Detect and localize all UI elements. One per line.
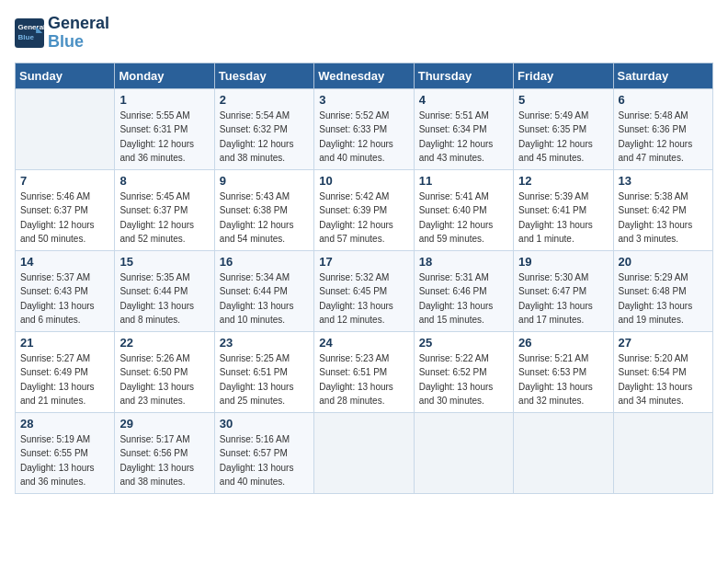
day-detail: Sunrise: 5:23 AMSunset: 6:51 PMDaylight:… [319, 351, 408, 408]
day-detail: Sunrise: 5:27 AMSunset: 6:49 PMDaylight:… [20, 351, 109, 408]
logo: General Blue General Blue [15, 15, 109, 52]
weekday-monday: Monday [115, 63, 214, 88]
day-detail: Sunrise: 5:38 AMSunset: 6:42 PMDaylight:… [619, 190, 708, 247]
day-detail: Sunrise: 5:45 AMSunset: 6:37 PMDaylight:… [119, 190, 209, 247]
weekday-tuesday: Tuesday [214, 63, 313, 88]
weekday-sunday: Sunday [16, 63, 115, 88]
day-number: 28 [20, 417, 109, 431]
day-number: 30 [220, 417, 309, 431]
day-number: 6 [619, 93, 708, 107]
calendar-week-4: 21Sunrise: 5:27 AMSunset: 6:49 PMDayligh… [16, 331, 713, 412]
calendar-cell [514, 412, 613, 493]
day-number: 2 [220, 93, 309, 107]
day-detail: Sunrise: 5:20 AMSunset: 6:54 PMDaylight:… [619, 351, 708, 408]
day-detail: Sunrise: 5:51 AMSunset: 6:34 PMDaylight:… [419, 109, 508, 166]
day-number: 11 [419, 174, 508, 188]
calendar-cell: 21Sunrise: 5:27 AMSunset: 6:49 PMDayligh… [16, 331, 115, 412]
calendar-cell: 13Sunrise: 5:38 AMSunset: 6:42 PMDayligh… [613, 169, 712, 250]
logo-text: General Blue [48, 15, 109, 52]
day-detail: Sunrise: 5:48 AMSunset: 6:36 PMDaylight:… [619, 109, 708, 166]
header: General Blue General Blue [15, 15, 713, 52]
page-container: General Blue General Blue SundayMondayTu… [15, 15, 713, 494]
day-detail: Sunrise: 5:37 AMSunset: 6:43 PMDaylight:… [20, 270, 109, 327]
logo-icon: General Blue [15, 18, 44, 48]
calendar-cell: 30Sunrise: 5:16 AMSunset: 6:57 PMDayligh… [214, 412, 313, 493]
day-detail: Sunrise: 5:55 AMSunset: 6:31 PMDaylight:… [119, 109, 209, 166]
calendar-cell: 27Sunrise: 5:20 AMSunset: 6:54 PMDayligh… [613, 331, 712, 412]
day-detail: Sunrise: 5:31 AMSunset: 6:46 PMDaylight:… [419, 270, 508, 327]
svg-text:Blue: Blue [18, 33, 35, 41]
day-detail: Sunrise: 5:54 AMSunset: 6:32 PMDaylight:… [220, 109, 309, 166]
calendar-body: 1Sunrise: 5:55 AMSunset: 6:31 PMDaylight… [16, 88, 713, 493]
calendar-cell [16, 88, 115, 169]
day-number: 21 [20, 336, 109, 350]
calendar-cell [314, 412, 414, 493]
weekday-friday: Friday [514, 63, 613, 88]
calendar-week-3: 14Sunrise: 5:37 AMSunset: 6:43 PMDayligh… [16, 250, 713, 331]
calendar-week-2: 7Sunrise: 5:46 AMSunset: 6:37 PMDaylight… [16, 169, 713, 250]
day-number: 18 [419, 255, 508, 269]
day-number: 3 [319, 93, 408, 107]
calendar-cell: 15Sunrise: 5:35 AMSunset: 6:44 PMDayligh… [115, 250, 214, 331]
calendar-cell: 17Sunrise: 5:32 AMSunset: 6:45 PMDayligh… [314, 250, 414, 331]
calendar-table: SundayMondayTuesdayWednesdayThursdayFrid… [15, 63, 713, 494]
day-number: 26 [518, 336, 608, 350]
calendar-cell: 20Sunrise: 5:29 AMSunset: 6:48 PMDayligh… [613, 250, 712, 331]
day-number: 14 [20, 255, 109, 269]
day-number: 9 [220, 174, 309, 188]
calendar-cell: 29Sunrise: 5:17 AMSunset: 6:56 PMDayligh… [115, 412, 214, 493]
calendar-cell: 3Sunrise: 5:52 AMSunset: 6:33 PMDaylight… [314, 88, 414, 169]
day-detail: Sunrise: 5:39 AMSunset: 6:41 PMDaylight:… [518, 190, 608, 247]
calendar-cell: 19Sunrise: 5:30 AMSunset: 6:47 PMDayligh… [514, 250, 613, 331]
day-number: 23 [220, 336, 309, 350]
calendar-cell: 10Sunrise: 5:42 AMSunset: 6:39 PMDayligh… [314, 169, 414, 250]
svg-text:General: General [18, 23, 44, 31]
day-detail: Sunrise: 5:21 AMSunset: 6:53 PMDaylight:… [518, 351, 608, 408]
day-number: 13 [619, 174, 708, 188]
calendar-cell: 25Sunrise: 5:22 AMSunset: 6:52 PMDayligh… [414, 331, 513, 412]
calendar-week-1: 1Sunrise: 5:55 AMSunset: 6:31 PMDaylight… [16, 88, 713, 169]
day-detail: Sunrise: 5:43 AMSunset: 6:38 PMDaylight:… [220, 190, 309, 247]
calendar-cell: 1Sunrise: 5:55 AMSunset: 6:31 PMDaylight… [115, 88, 214, 169]
day-detail: Sunrise: 5:52 AMSunset: 6:33 PMDaylight:… [319, 109, 408, 166]
calendar-cell: 26Sunrise: 5:21 AMSunset: 6:53 PMDayligh… [514, 331, 613, 412]
day-number: 20 [619, 255, 708, 269]
calendar-cell: 6Sunrise: 5:48 AMSunset: 6:36 PMDaylight… [613, 88, 712, 169]
weekday-thursday: Thursday [414, 63, 513, 88]
calendar-cell: 28Sunrise: 5:19 AMSunset: 6:55 PMDayligh… [16, 412, 115, 493]
day-detail: Sunrise: 5:26 AMSunset: 6:50 PMDaylight:… [119, 351, 209, 408]
calendar-cell: 16Sunrise: 5:34 AMSunset: 6:44 PMDayligh… [214, 250, 313, 331]
calendar-week-5: 28Sunrise: 5:19 AMSunset: 6:55 PMDayligh… [16, 412, 713, 493]
calendar-cell [414, 412, 513, 493]
day-number: 27 [619, 336, 708, 350]
day-number: 25 [419, 336, 508, 350]
day-detail: Sunrise: 5:22 AMSunset: 6:52 PMDaylight:… [419, 351, 508, 408]
day-detail: Sunrise: 5:46 AMSunset: 6:37 PMDaylight:… [20, 190, 109, 247]
calendar-cell: 12Sunrise: 5:39 AMSunset: 6:41 PMDayligh… [514, 169, 613, 250]
day-number: 29 [119, 417, 209, 431]
day-number: 10 [319, 174, 408, 188]
day-detail: Sunrise: 5:35 AMSunset: 6:44 PMDaylight:… [119, 270, 209, 327]
calendar-cell: 2Sunrise: 5:54 AMSunset: 6:32 PMDaylight… [214, 88, 313, 169]
day-number: 24 [319, 336, 408, 350]
day-detail: Sunrise: 5:41 AMSunset: 6:40 PMDaylight:… [419, 190, 508, 247]
weekday-header-row: SundayMondayTuesdayWednesdayThursdayFrid… [16, 63, 713, 88]
day-number: 5 [518, 93, 608, 107]
day-number: 4 [419, 93, 508, 107]
day-detail: Sunrise: 5:32 AMSunset: 6:45 PMDaylight:… [319, 270, 408, 327]
day-detail: Sunrise: 5:17 AMSunset: 6:56 PMDaylight:… [119, 432, 209, 489]
calendar-cell: 24Sunrise: 5:23 AMSunset: 6:51 PMDayligh… [314, 331, 414, 412]
weekday-saturday: Saturday [613, 63, 712, 88]
calendar-cell: 9Sunrise: 5:43 AMSunset: 6:38 PMDaylight… [214, 169, 313, 250]
day-number: 12 [518, 174, 608, 188]
calendar-cell [613, 412, 712, 493]
calendar-cell: 11Sunrise: 5:41 AMSunset: 6:40 PMDayligh… [414, 169, 513, 250]
calendar-cell: 18Sunrise: 5:31 AMSunset: 6:46 PMDayligh… [414, 250, 513, 331]
weekday-wednesday: Wednesday [314, 63, 414, 88]
calendar-cell: 23Sunrise: 5:25 AMSunset: 6:51 PMDayligh… [214, 331, 313, 412]
day-number: 8 [119, 174, 209, 188]
day-number: 15 [119, 255, 209, 269]
calendar-cell: 5Sunrise: 5:49 AMSunset: 6:35 PMDaylight… [514, 88, 613, 169]
calendar-cell: 8Sunrise: 5:45 AMSunset: 6:37 PMDaylight… [115, 169, 214, 250]
day-number: 19 [518, 255, 608, 269]
